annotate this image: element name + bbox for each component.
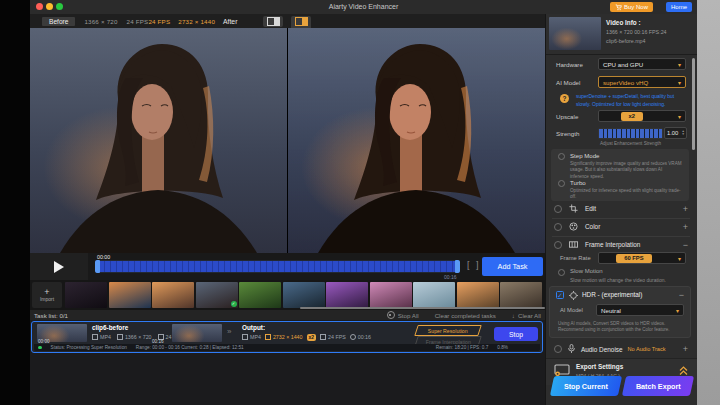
split-view-toggle[interactable]: [263, 16, 283, 27]
frame-interpolation-checkbox[interactable]: [554, 241, 562, 249]
scale-badge: x2: [307, 334, 317, 341]
clear-all-button[interactable]: ↓ Clear All: [512, 312, 541, 319]
sidebar-scrollbar[interactable]: [692, 58, 695, 150]
hardware-select[interactable]: CPU and GPU ▾: [598, 58, 686, 70]
output-resolution: 2732 × 1440: [273, 334, 303, 340]
trim-handle-right[interactable]: [455, 260, 460, 273]
video-panel-after[interactable]: [288, 28, 545, 253]
task-input-badges: MP4 1366 × 720 24 FPS: [92, 334, 183, 340]
step-mode-caption: Significantly improve image quality and …: [570, 161, 682, 180]
frame-interpolation-icon: [569, 240, 578, 249]
collapse-minus-icon[interactable]: −: [683, 241, 688, 249]
step-mode-toggle[interactable]: [558, 153, 565, 160]
expand-plus-icon[interactable]: +: [683, 223, 688, 231]
audio-denoise-row[interactable]: Audio Denoise No Audio Track +: [554, 344, 688, 354]
strength-stepper[interactable]: ▴ ▾: [682, 130, 684, 137]
edit-label: Edit: [585, 205, 596, 212]
before-resolution: 1366 × 720: [84, 18, 117, 25]
import-thumbnail-beach-sky[interactable]: [413, 282, 455, 308]
before-tab[interactable]: Before: [42, 17, 75, 26]
slow-motion-toggle[interactable]: [558, 269, 565, 276]
color-checkbox[interactable]: [554, 223, 562, 231]
expand-plus-icon[interactable]: +: [683, 345, 688, 353]
edit-checkbox[interactable]: [554, 205, 562, 213]
import-thumbnail-portrait-dusk[interactable]: ✓: [196, 282, 238, 308]
hardware-value: CPU and GPU: [603, 61, 643, 68]
video-info-filename: clip6-before.mp4: [606, 38, 645, 44]
task-status-bar: Status: Processing Super Resolution Rang…: [34, 344, 540, 351]
desktop-background-left: [0, 0, 30, 405]
strength-value-box[interactable]: 1.00 ▴ ▾: [664, 127, 687, 139]
collapse-minus-icon[interactable]: −: [679, 291, 684, 299]
output-label: Output:: [242, 324, 265, 331]
import-thumbnail-pink-flower[interactable]: [370, 282, 412, 308]
play-button[interactable]: [30, 253, 88, 280]
hdr-checkbox[interactable]: ✓: [556, 291, 564, 299]
cart-icon: [615, 4, 622, 11]
frame-interpolation-row[interactable]: Frame Interpolation −: [554, 240, 688, 249]
import-thumbnail-sunset-clouds[interactable]: [152, 282, 194, 308]
import-button[interactable]: + Import: [32, 282, 62, 308]
import-label: Import: [40, 296, 54, 302]
double-chevron-up-icon[interactable]: [679, 366, 688, 376]
output-format: MP4: [250, 334, 261, 340]
side-by-side-view-icon: [295, 17, 308, 26]
stop-all-icon: [387, 311, 395, 319]
clear-all-icon: ↓: [512, 312, 515, 319]
import-thumbnail-lake-dusk[interactable]: [283, 282, 325, 308]
mark-out-bracket-icon[interactable]: ]: [476, 260, 479, 270]
clear-completed-button[interactable]: Clear completed tasks: [435, 312, 496, 319]
upscale-value: x2: [621, 112, 643, 121]
stop-current-button[interactable]: Stop Current: [550, 376, 622, 396]
import-thumbnail-green-plants[interactable]: [239, 282, 281, 308]
expand-plus-icon[interactable]: +: [683, 205, 688, 213]
import-thumbnail-mountain-lake-sunset[interactable]: [109, 282, 151, 308]
settings-sidebar: Video Info : 1366 × 720 00:16 FPS:24 cli…: [545, 14, 697, 405]
task-output-badges: MP4 2732 × 1440 x2 24 FPS 00:16: [242, 334, 371, 341]
buy-now-button[interactable]: Buy Now: [610, 2, 653, 12]
home-button[interactable]: Home: [666, 2, 692, 12]
ai-model-help-text: superDenoise + superDetail, best quality…: [576, 93, 688, 108]
color-palette-icon: [569, 222, 578, 231]
mark-in-bracket-icon[interactable]: [: [467, 260, 470, 270]
edit-feature-row[interactable]: Edit +: [554, 204, 688, 213]
ai-model-value: superVideo vHQ: [603, 79, 648, 86]
strength-slider[interactable]: [598, 128, 663, 139]
thumbnails-scrollbar[interactable]: [300, 307, 545, 309]
super-resolution-badge: Super Resolution: [414, 325, 482, 336]
hdr-ai-model-select[interactable]: Neutral ▾: [596, 304, 684, 316]
ai-model-select[interactable]: superVideo vHQ ▾: [598, 76, 686, 88]
task-stop-button[interactable]: Stop: [494, 327, 538, 341]
turbo-toggle[interactable]: [558, 180, 565, 187]
import-thumbnail-city-dusk[interactable]: [65, 282, 107, 308]
strength-caption: Adjust Enhancement Strength: [600, 141, 661, 147]
video-info-resolution: 1366 × 720 00:16 FPS:24: [606, 29, 667, 35]
stop-all-button[interactable]: Stop All: [387, 311, 419, 319]
task-row[interactable]: 00:00 clip6-before MP4 1366 × 720 24 FPS…: [31, 321, 543, 353]
trim-handle-left[interactable]: [95, 260, 100, 273]
frame-rate-label: Frame Rate: [560, 255, 591, 261]
audio-denoise-checkbox[interactable]: [554, 345, 562, 353]
divider: [552, 236, 690, 237]
playback-bar: 00:00 00:16 [ ] Add Task: [30, 253, 545, 281]
import-thumbnail-purple-flower[interactable]: [326, 282, 368, 308]
timeline[interactable]: [95, 260, 460, 273]
task-preview-thumbnail: [172, 324, 222, 342]
hdr-panel: ✓ HDR - (experimental) − AI Model Neutra…: [549, 286, 691, 338]
import-thumbnail-portrait-man[interactable]: [500, 282, 542, 308]
frame-rate-select[interactable]: 60 FPS ▾: [598, 252, 686, 264]
edit-crop-icon: [569, 204, 578, 213]
color-feature-row[interactable]: Color +: [554, 222, 688, 231]
import-thumbnail-sunset-pier[interactable]: [457, 282, 499, 308]
batch-export-button[interactable]: Batch Export: [622, 376, 694, 396]
task-progress-text: 0.8%: [497, 345, 508, 350]
upscale-select[interactable]: x2 ▾: [598, 110, 686, 122]
help-icon[interactable]: ?: [560, 94, 569, 103]
step-mode-label: Step Mode: [570, 152, 599, 159]
ai-model-label: AI Model: [556, 79, 580, 86]
arrow-right-icon: »: [227, 327, 231, 336]
add-task-button[interactable]: Add Task: [482, 257, 543, 276]
resolution-icon: [265, 334, 271, 340]
video-panel-before[interactable]: [30, 28, 287, 253]
video-info-thumbnail: [549, 17, 601, 50]
